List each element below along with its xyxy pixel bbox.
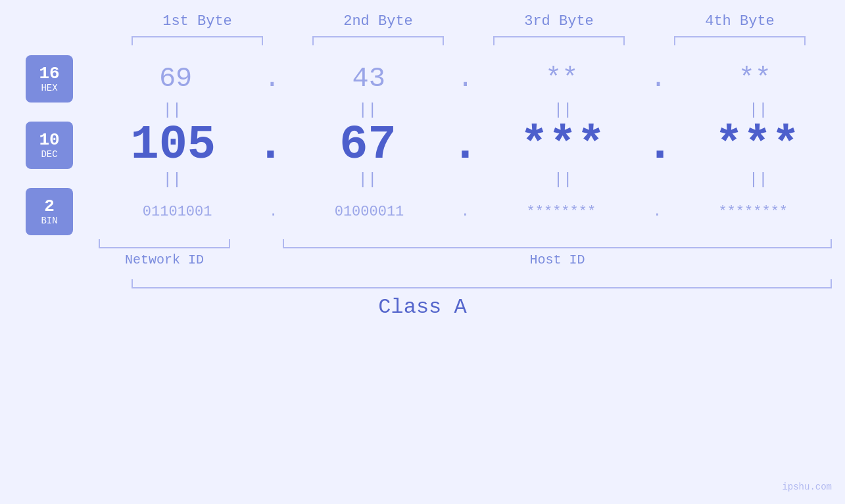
top-brackets — [107, 36, 831, 45]
eq2-b3: || — [497, 172, 629, 188]
dec-b3-value: *** — [520, 118, 606, 172]
hex-b2-value: 43 — [352, 63, 385, 95]
watermark: ipshu.com — [782, 482, 832, 492]
bin-badge-col: 2 BIN — [0, 188, 99, 235]
byte2-header: 2nd Byte — [296, 13, 460, 30]
id-labels-spacer — [0, 252, 99, 267]
hex-number: 16 — [39, 64, 59, 83]
dec-b1-value: 105 — [130, 118, 216, 172]
dec-number: 10 — [39, 131, 59, 150]
equals-values-1: || || || || — [99, 103, 845, 118]
dec-b4-value: *** — [715, 118, 800, 172]
dec-dot3: . — [646, 118, 674, 172]
full-bracket-left-spacer — [0, 279, 132, 288]
equals-spacer-1 — [0, 103, 99, 118]
main-container: 1st Byte 2nd Byte 3rd Byte 4th Byte 16 H… — [0, 0, 845, 504]
dec-badge: 10 DEC — [26, 122, 73, 169]
byte4-header: 4th Byte — [658, 13, 822, 30]
id-labels-row: Network ID Host ID — [0, 252, 845, 267]
bottom-bracket-spacer — [0, 239, 99, 248]
bracket-top-4 — [674, 36, 806, 45]
bottom-brackets-container — [99, 239, 845, 248]
bin-byte3: ******** — [495, 204, 627, 220]
hex-badge-col: 16 HEX — [0, 55, 99, 103]
network-bracket — [99, 239, 230, 248]
hex-label: HEX — [41, 83, 57, 93]
dec-badge-col: 10 DEC — [0, 122, 99, 169]
bracket-top-2 — [312, 36, 444, 45]
eq2-b4: || — [692, 172, 824, 188]
eq2-b2: || — [302, 172, 433, 188]
byte1-header: 1st Byte — [115, 13, 279, 30]
bin-byte1: 01101001 — [112, 204, 243, 220]
bin-label: BIN — [41, 216, 57, 226]
dec-byte4: *** — [692, 118, 823, 172]
eq1-b3: || — [497, 103, 629, 118]
dec-values-col: 105 . 67 . *** . *** — [99, 118, 845, 172]
host-id-label: Host ID — [283, 252, 832, 267]
hex-byte1: 69 — [110, 63, 241, 95]
byte3-header: 3rd Byte — [477, 13, 641, 30]
byte-headers: 1st Byte 2nd Byte 3rd Byte 4th Byte — [107, 13, 831, 30]
eq2-b1: || — [107, 172, 238, 188]
hex-byte4: ** — [689, 63, 821, 95]
dec-dot1: . — [256, 118, 285, 172]
bin-number: 2 — [44, 197, 55, 216]
hex-dot1: . — [264, 63, 280, 95]
equals-row-2: || || || || — [0, 172, 845, 188]
bracket-top-1 — [132, 36, 263, 45]
bin-b4-value: ******** — [718, 204, 788, 220]
dec-b2-value: 67 — [339, 118, 396, 172]
equals-row-1: || || || || — [0, 103, 845, 118]
bin-values-col: 01101001 . 01000011 . ******** . *******… — [99, 204, 845, 220]
hex-row-wrapper: 16 HEX 69 . 43 . ** . ** — [0, 55, 845, 103]
id-labels-container: Network ID Host ID — [99, 252, 845, 267]
dec-label: DEC — [41, 149, 57, 160]
hex-b3-value: ** — [545, 63, 578, 95]
full-bottom-bracket — [132, 279, 832, 288]
network-id-label: Network ID — [99, 252, 230, 267]
bin-b1-value: 01101001 — [143, 204, 212, 220]
bin-byte2: 01000011 — [304, 204, 435, 220]
eq1-b4: || — [692, 103, 824, 118]
bin-badge: 2 BIN — [26, 188, 73, 235]
bin-b3-value: ******** — [527, 204, 596, 220]
equals-values-2: || || || || — [99, 172, 845, 188]
full-bracket-row — [0, 279, 845, 288]
class-label: Class A — [0, 295, 845, 319]
hex-dot2: . — [457, 63, 473, 95]
id-labels-gap — [230, 252, 283, 267]
hex-b4-value: ** — [738, 63, 771, 95]
dec-row-wrapper: 10 DEC 105 . 67 . *** . *** — [0, 118, 845, 172]
eq1-b2: || — [302, 103, 433, 118]
dec-byte1: 105 — [107, 118, 239, 172]
bin-dot3: . — [653, 204, 662, 220]
bottom-bracket-row — [0, 239, 845, 248]
dec-byte3: *** — [497, 118, 629, 172]
host-bracket — [283, 239, 832, 248]
hex-byte3: ** — [496, 63, 627, 95]
hex-badge: 16 HEX — [26, 55, 73, 103]
eq1-b1: || — [107, 103, 238, 118]
bracket-top-3 — [493, 36, 625, 45]
bin-byte4: ******** — [687, 204, 819, 220]
dec-byte2: 67 — [302, 118, 433, 172]
hex-byte2: 43 — [303, 63, 435, 95]
bracket-gap1 — [230, 239, 283, 248]
hex-dot3: . — [650, 63, 666, 95]
equals-spacer-2 — [0, 172, 99, 188]
bin-b2-value: 01000011 — [335, 204, 404, 220]
hex-values-col: 69 . 43 . ** . ** — [99, 63, 845, 95]
hex-b1-value: 69 — [159, 63, 192, 95]
bin-row-wrapper: 2 BIN 01101001 . 01000011 . ******** . *… — [0, 188, 845, 235]
bin-dot2: . — [461, 204, 470, 220]
bin-dot1: . — [269, 204, 278, 220]
dec-dot2: . — [451, 118, 479, 172]
